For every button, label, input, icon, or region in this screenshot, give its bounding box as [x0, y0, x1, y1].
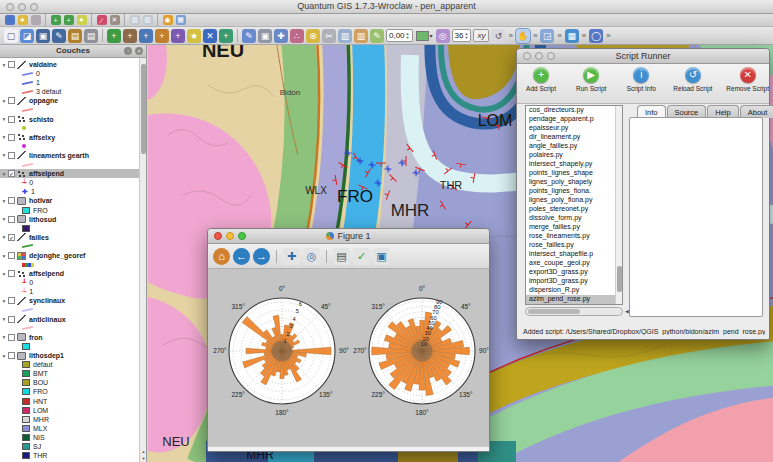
- script-list-item[interactable]: merge_failles.py: [526, 223, 622, 232]
- print-composer-icon[interactable]: ▤: [84, 29, 98, 43]
- layer-symbol-row[interactable]: [0, 105, 139, 114]
- delete-selected-icon[interactable]: ⊗: [306, 29, 320, 43]
- chev3[interactable]: »: [557, 31, 561, 40]
- disclosure-triangle-icon[interactable]: ▼: [0, 253, 8, 259]
- add-script-button[interactable]: +Add Script: [523, 67, 559, 92]
- rotation-spinbox[interactable]: 36▲▼: [452, 29, 472, 42]
- remove-script-button[interactable]: ✕Remove Script: [726, 67, 769, 92]
- add-vector-layer-icon[interactable]: [5, 15, 15, 25]
- script-list-item[interactable]: poles_stereonet.py: [526, 205, 622, 214]
- paste-style-icon[interactable]: ▥: [143, 15, 153, 25]
- paste-features-icon[interactable]: ▥: [354, 29, 368, 43]
- annotation-icon[interactable]: ◲: [540, 29, 554, 43]
- disclosure-triangle-icon[interactable]: ▼: [0, 116, 8, 122]
- layer-symbol-row[interactable]: [0, 342, 139, 351]
- layer-symbol-row[interactable]: ┶0: [0, 178, 139, 187]
- layer-visibility-checkbox[interactable]: [8, 297, 15, 304]
- simplify-feature-icon[interactable]: ✎: [370, 29, 384, 43]
- chev4[interactable]: »: [582, 31, 586, 40]
- layer-symbol-row[interactable]: BMT: [0, 369, 139, 378]
- script-list-item[interactable]: import3D_grass.py: [526, 277, 622, 286]
- customize-icon[interactable]: ✓: [353, 248, 370, 265]
- script-list-item[interactable]: dispersion_R.py: [526, 286, 622, 295]
- new-project-icon[interactable]: ▢: [4, 29, 18, 43]
- layer-row-synclinaux[interactable]: ▼synclinaux: [0, 296, 139, 305]
- layer-visibility-checkbox[interactable]: [8, 61, 15, 68]
- layer-visibility-checkbox[interactable]: ✓: [8, 234, 15, 241]
- script-list-hscrollbar[interactable]: [525, 307, 623, 316]
- attribute-table-icon[interactable]: ▦: [565, 29, 579, 43]
- layer-symbol-row[interactable]: FRO: [0, 206, 139, 215]
- layer-symbol-row[interactable]: BOU: [0, 378, 139, 387]
- script-list-item[interactable]: pendage_apparent.p: [526, 115, 622, 124]
- panel-float-button[interactable]: ◦: [124, 47, 132, 55]
- layer-row-affselpend[interactable]: ▼✓affselpend: [0, 169, 139, 178]
- disclosure-triangle-icon[interactable]: ▼: [0, 98, 8, 104]
- script-info-button[interactable]: iScript Info: [623, 67, 659, 92]
- disclosure-triangle-icon[interactable]: ▼: [0, 152, 8, 158]
- layer-visibility-checkbox[interactable]: [8, 134, 15, 141]
- layer-visibility-checkbox[interactable]: [8, 97, 15, 104]
- layer-visibility-checkbox[interactable]: [8, 216, 15, 223]
- layer-row-fron[interactable]: ▼fron: [0, 333, 139, 342]
- script-list-item[interactable]: dir_lineament.py: [526, 133, 622, 142]
- layer-visibility-checkbox[interactable]: [8, 334, 15, 341]
- script-list-item[interactable]: lignes_poly_fiona.py: [526, 196, 622, 205]
- run-script-button[interactable]: ▶Run Script: [573, 67, 609, 92]
- angle-spinbox[interactable]: 0,00▲▼: [386, 29, 413, 42]
- layer-visibility-checkbox[interactable]: ✓: [8, 170, 15, 177]
- zoom-to-selection-icon[interactable]: +: [64, 15, 74, 25]
- snapping-options-icon[interactable]: ◎: [436, 29, 450, 43]
- forward-icon[interactable]: →: [253, 248, 270, 265]
- layer-row-lithosdep1[interactable]: ▼lithosdep1: [0, 351, 139, 360]
- reload-script-button[interactable]: ↺Reload Script: [673, 67, 712, 92]
- layer-symbol-row[interactable]: [0, 124, 139, 133]
- script-list[interactable]: cos_directeurs.pypendage_apparent.pepais…: [525, 105, 623, 305]
- layer-row-anticlinaux[interactable]: ▼anticlinaux: [0, 315, 139, 324]
- layer-symbol-row[interactable]: [0, 324, 139, 333]
- layer-symbol-row[interactable]: MLX: [0, 424, 139, 433]
- open-project-icon[interactable]: ◪: [20, 29, 34, 43]
- panel-overview-icon[interactable]: ▦: [176, 15, 186, 25]
- undo-icon[interactable]: ↺: [491, 29, 505, 43]
- script-list-item[interactable]: points_lignes_shape: [526, 169, 622, 178]
- disclosure-triangle-icon[interactable]: ▼: [0, 134, 8, 140]
- layer-visibility-checkbox[interactable]: [8, 352, 15, 359]
- save-edits-icon[interactable]: ▣: [258, 29, 272, 43]
- add-vector-layer-icon[interactable]: +: [107, 29, 121, 43]
- layer-row-affselpend[interactable]: ▼affselpend: [0, 269, 139, 278]
- disclosure-triangle-icon[interactable]: ▼: [0, 216, 8, 222]
- layer-visibility-checkbox[interactable]: [8, 270, 15, 277]
- script-list-item[interactable]: polaires.py: [526, 151, 622, 160]
- add-spatialite-layer-icon[interactable]: +: [155, 29, 169, 43]
- layer-symbol-row[interactable]: 1: [0, 78, 139, 87]
- layer-row-hotlvar[interactable]: ▼hotlvar: [0, 196, 139, 205]
- style-swatch-dropdown[interactable]: ▾: [416, 31, 433, 41]
- script-list-item[interactable]: axe_coupe_geol.py: [526, 259, 622, 268]
- layer-row-lithosud[interactable]: ▼lithosud: [0, 215, 139, 224]
- copy-style-icon[interactable]: ▥: [130, 15, 140, 25]
- script-list-item[interactable]: rose_lineaments.py: [526, 232, 622, 241]
- disclosure-triangle-icon[interactable]: ▼: [0, 334, 8, 340]
- chev1[interactable]: »: [508, 31, 512, 40]
- script-list-item[interactable]: lignes_poly_shapely: [526, 178, 622, 187]
- layer-visibility-checkbox[interactable]: [8, 252, 15, 259]
- script-list-item[interactable]: intersect_shapefile.p: [526, 250, 622, 259]
- node-tool-icon[interactable]: ∴: [290, 29, 304, 43]
- script-list-item[interactable]: angle_failles.py: [526, 142, 622, 151]
- layer-symbol-row[interactable]: MHR: [0, 415, 139, 424]
- pan-map-icon[interactable]: ✚: [274, 29, 288, 43]
- disclosure-triangle-icon[interactable]: ▼: [0, 62, 8, 68]
- layer-symbol-row[interactable]: [0, 242, 139, 251]
- layer-symbol-row[interactable]: [0, 142, 139, 151]
- panel-close-button[interactable]: ×: [135, 47, 143, 55]
- layer-row-oppagne[interactable]: ▼oppagne: [0, 96, 139, 105]
- layer-row-failles[interactable]: ▼✓failles: [0, 233, 139, 242]
- save-project-as-icon[interactable]: ✎: [52, 29, 66, 43]
- layer-symbol-row[interactable]: [0, 224, 139, 233]
- disclosure-triangle-icon[interactable]: ▼: [0, 353, 8, 359]
- maptips-icon[interactable]: ✋: [516, 29, 530, 43]
- layer-symbol-row[interactable]: ┶1: [0, 287, 139, 296]
- home-icon[interactable]: ⌂: [213, 248, 230, 265]
- figure-canvas[interactable]: 0°45°90°135°180°225°270°315°123456 0°45°…: [208, 269, 489, 446]
